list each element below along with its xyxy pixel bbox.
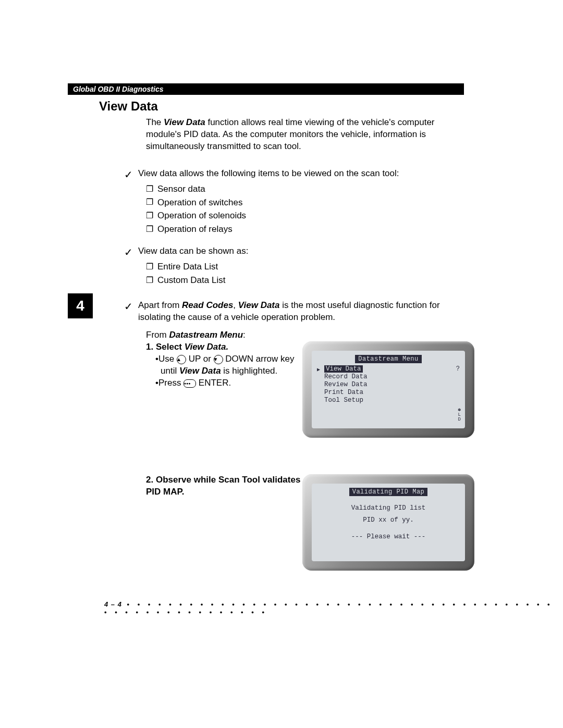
text: : bbox=[243, 330, 246, 340]
check2-text: View data can be shown as: bbox=[138, 245, 248, 257]
from-line: From Datastream Menu: bbox=[146, 330, 474, 340]
check3-text: Apart from Read Codes, View Data is the … bbox=[138, 299, 474, 324]
screen-2-display: Validating PID Map Validating PID list P… bbox=[312, 484, 465, 561]
screen-2-line: PID xx of yy. bbox=[317, 514, 460, 526]
check-item-1: ✓ View data allows the following items t… bbox=[124, 167, 474, 182]
step-1-row: 1. Select View Data. •Use ▲ UP or ▼ DOWN… bbox=[146, 341, 474, 438]
list-item-label: Sensor data bbox=[157, 183, 205, 195]
footer-dots: • • • • • • • • • • • • • • • • • • • • … bbox=[104, 600, 553, 616]
step-1-text: 1. Select View Data. •Use ▲ UP or ▼ DOWN… bbox=[146, 341, 302, 438]
emphasis: View Data bbox=[179, 366, 221, 376]
chapter-tab: 4 bbox=[68, 293, 93, 318]
screen-item-label: View Data bbox=[324, 365, 363, 373]
box-bullet-icon: ❐ bbox=[146, 196, 153, 208]
box-bullet-icon: ❐ bbox=[146, 183, 153, 195]
checkmark-icon: ✓ bbox=[124, 299, 133, 314]
text: Press bbox=[158, 378, 183, 388]
step-1-sub-2: •Press ●●● ENTER. bbox=[155, 377, 302, 389]
checkmark-icon: ✓ bbox=[124, 167, 133, 182]
text: Use bbox=[158, 354, 177, 364]
text: UP or bbox=[186, 354, 214, 364]
page-footer: 4 – 4 • • • • • • • • • • • • • • • • • … bbox=[104, 600, 563, 616]
step-2-row: 2. Observe while Scan Tool validates PID… bbox=[146, 474, 474, 571]
screen-1-item: Tool Setup bbox=[317, 397, 460, 404]
screen-2-title: Validating PID Map bbox=[349, 488, 428, 496]
header-bar: Global OBD II Diagnostics bbox=[68, 83, 464, 95]
sub-list-1: ❐Sensor data ❐Operation of switches ❐Ope… bbox=[146, 183, 474, 236]
screen-1-item: Review Data bbox=[317, 381, 460, 388]
check-item-2: ✓ View data can be shown as: bbox=[124, 245, 474, 260]
emphasis: View Data. bbox=[185, 342, 228, 352]
intro-paragraph: The View Data function allows real time … bbox=[146, 117, 459, 153]
help-icon: ? bbox=[456, 365, 460, 373]
step-number: 1. bbox=[146, 342, 153, 352]
list-item: ❐Operation of switches bbox=[146, 196, 474, 209]
sub-list-2: ❐Entire Data List ❐Custom Data List bbox=[146, 261, 474, 287]
page-content: Global OBD II Diagnostics View Data The … bbox=[68, 83, 474, 571]
list-item-label: Operation of relays bbox=[157, 223, 232, 236]
enter-button-icon: ●●● bbox=[183, 379, 196, 388]
box-bullet-icon: ❐ bbox=[146, 224, 153, 235]
page-number: 4 – 4 bbox=[104, 600, 122, 608]
box-bullet-icon: ❐ bbox=[146, 261, 153, 273]
screen-2-line: --- Please wait --- bbox=[317, 531, 460, 543]
screen-2-frame: Validating PID Map Validating PID list P… bbox=[302, 474, 474, 571]
step-1-sub-1: •Use ▲ UP or ▼ DOWN arrow key until View… bbox=[155, 353, 302, 377]
step-number: 2. bbox=[146, 475, 153, 485]
list-item: ❐Entire Data List bbox=[146, 261, 474, 273]
emphasis: Read Codes bbox=[182, 300, 233, 310]
list-item: ❐Operation of solenoids bbox=[146, 209, 474, 222]
list-item-label: Custom Data List bbox=[157, 274, 225, 287]
screen-1-item-selected: View Data bbox=[317, 365, 460, 373]
text: , bbox=[233, 300, 238, 310]
checkmark-icon: ✓ bbox=[124, 245, 133, 260]
down-arrow-icon: ▼ bbox=[214, 355, 223, 364]
list-item: ❐Operation of relays bbox=[146, 223, 474, 236]
up-arrow-icon: ▲ bbox=[177, 355, 186, 364]
screen-1-item: Record Data bbox=[317, 373, 460, 380]
emphasis: View Data bbox=[238, 300, 280, 310]
list-item-label: Operation of solenoids bbox=[157, 209, 246, 222]
screen-1-frame: Datastream Menu View Data Record Data Re… bbox=[302, 341, 474, 438]
box-bullet-icon: ❐ bbox=[146, 275, 153, 286]
emphasis: Datastream Menu bbox=[169, 330, 243, 340]
box-bullet-icon: ❐ bbox=[146, 210, 153, 221]
intro-prefix: The bbox=[146, 117, 164, 127]
text: ENTER. bbox=[196, 378, 231, 388]
screen-1-title: Datastream Menu bbox=[355, 355, 422, 363]
list-item: ❐Custom Data List bbox=[146, 274, 474, 287]
screen-1-item: Print Data bbox=[317, 389, 460, 396]
step-2-text: 2. Observe while Scan Tool validates PID… bbox=[146, 474, 302, 571]
intro-emphasis: View Data bbox=[164, 117, 205, 127]
body-content: ✓ View data allows the following items t… bbox=[124, 167, 474, 324]
list-item-label: Operation of switches bbox=[157, 196, 242, 209]
screen-1-display: Datastream Menu View Data Record Data Re… bbox=[312, 351, 465, 428]
step-label: Observe while Scan Tool validates PID MA… bbox=[146, 475, 300, 497]
check1-text: View data allows the following items to … bbox=[138, 167, 399, 180]
screen-2-body: Validating PID list PID xx of yy. --- Pl… bbox=[317, 502, 460, 543]
step-2-heading: 2. Observe while Scan Tool validates PID… bbox=[146, 474, 302, 498]
section-title: View Data bbox=[99, 99, 474, 114]
check-item-3: ✓ Apart from Read Codes, View Data is th… bbox=[124, 299, 474, 324]
text: Select bbox=[156, 342, 185, 352]
list-item: ❐Sensor data bbox=[146, 183, 474, 195]
list-item-label: Entire Data List bbox=[157, 261, 218, 273]
step-1-heading: 1. Select View Data. bbox=[146, 341, 302, 353]
screen-2-line: Validating PID list bbox=[317, 502, 460, 514]
text: Apart from bbox=[138, 300, 182, 310]
text: From bbox=[146, 330, 169, 340]
text: is highlighted. bbox=[221, 366, 278, 376]
screen-side-indicator: ✽LD bbox=[458, 408, 461, 422]
